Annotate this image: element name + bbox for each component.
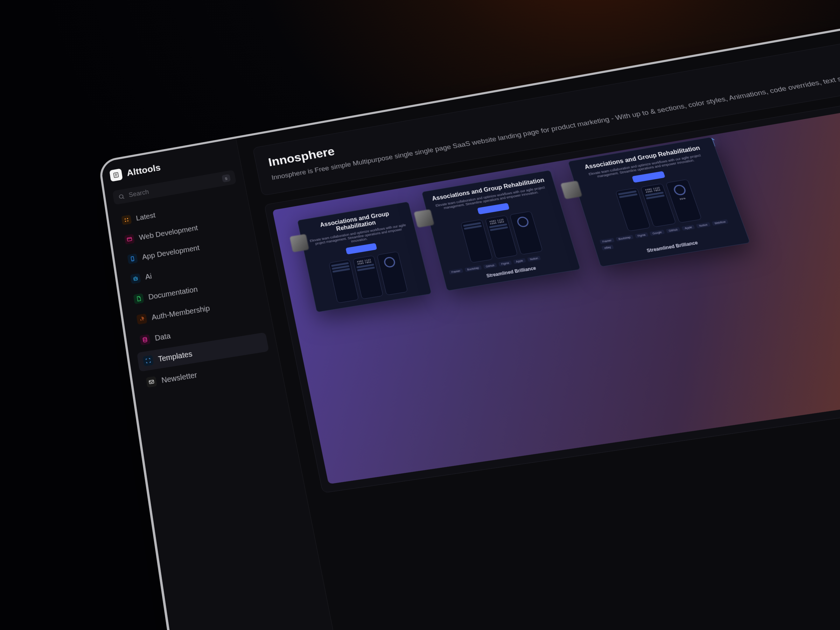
preview-mock-screen: Associations and Group Rehabilitation El…: [568, 137, 750, 267]
svg-rect-7: [131, 257, 134, 261]
svg-point-9: [135, 279, 136, 279]
device-frame: Alttools s Latest Web Development: [98, 2, 840, 630]
sidebar-nav: Latest Web Development App Development A…: [116, 192, 273, 393]
svg-point-1: [119, 194, 123, 199]
mock-cta-button: [632, 171, 665, 183]
main-content: Innosphere Innosphere is Free simple Mul…: [236, 10, 840, 630]
database-icon: [139, 334, 150, 346]
svg-point-4: [125, 221, 126, 222]
robot-icon: [130, 273, 141, 284]
mock-cta-button: [477, 203, 510, 214]
svg-rect-8: [134, 277, 137, 281]
browser-icon: [124, 234, 135, 244]
sidebar-item-label: Web Development: [139, 224, 199, 242]
sidebar-item-label: Templates: [158, 349, 193, 363]
preview-mock-screen: Associations and Group Rehabilitation El…: [297, 201, 431, 312]
document-icon: [133, 293, 144, 304]
app-root: Alttools s Latest Web Development: [101, 5, 840, 630]
svg-rect-6: [127, 237, 132, 241]
sidebar-item-label: Newsletter: [161, 370, 198, 385]
fingerprint-icon: [136, 314, 147, 325]
phone-icon: [127, 253, 138, 264]
sidebar-item-label: Latest: [136, 211, 156, 222]
cube-graphic-icon: [561, 181, 583, 199]
search-input[interactable]: [128, 176, 218, 199]
preview-mock-screen: Associations and Group Rehabilitation El…: [422, 170, 581, 291]
cube-graphic-icon: [289, 234, 309, 253]
grid-icon: [121, 215, 132, 225]
mail-icon: [146, 376, 157, 388]
svg-point-10: [136, 279, 137, 279]
sidebar-item-label: Documentation: [148, 285, 198, 302]
sidebar-item-label: Data: [154, 332, 171, 343]
search-shortcut-badge: s: [221, 174, 231, 182]
sidebar-item-label: App Development: [141, 243, 200, 261]
sidebar-item-label: Auth-Membership: [151, 304, 210, 322]
scan-icon: [143, 355, 154, 366]
sidebar-item-label: Ai: [145, 272, 152, 281]
svg-point-11: [143, 337, 146, 339]
mock-cta-button: [346, 243, 377, 254]
svg-point-5: [127, 220, 128, 221]
search-icon: [118, 193, 125, 200]
svg-point-3: [127, 218, 128, 219]
cube-graphic-icon: [414, 209, 434, 227]
brand-logo-icon: [109, 168, 123, 182]
brand-name: Alttools: [126, 162, 161, 178]
svg-point-2: [125, 218, 126, 220]
